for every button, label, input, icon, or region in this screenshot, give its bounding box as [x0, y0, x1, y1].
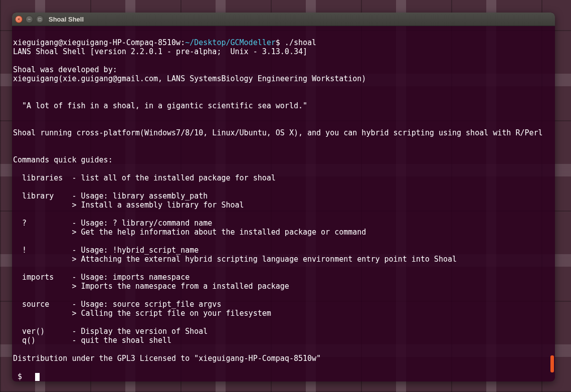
- cmd-quit: q() - quit the shoal shell: [13, 336, 171, 345]
- shoal-prompt: $: [13, 372, 31, 381]
- cross-platform-line: Shoal running cross-platform(Windows7/8/…: [13, 128, 543, 137]
- window-controls: × − □: [15, 16, 44, 23]
- commands-guides-label: Commands quick guides:: [13, 155, 113, 164]
- close-icon: ×: [18, 17, 20, 22]
- prompt-user-host: xieguigang@xieguigang-HP-Compaq-8510w: [13, 38, 180, 47]
- minimize-icon: −: [28, 17, 31, 22]
- prompt-path: ~/Desktop/GCModeller: [185, 38, 276, 47]
- terminal-window: × − □ Shoal Shell xieguigang@xieguigang-…: [12, 13, 555, 381]
- window-title: Shoal Shell: [49, 16, 84, 23]
- distribution-line: Distribution under the GPL3 Licensed to …: [13, 354, 321, 363]
- maximize-icon: □: [39, 17, 41, 22]
- window-titlebar[interactable]: × − □ Shoal Shell: [12, 13, 555, 26]
- shell-prompt-line: xieguigang@xieguigang-HP-Compaq-8510w:~/…: [13, 38, 316, 47]
- banner-line: LANS Shoal Shell [version 2.2.0.1 - pre-…: [13, 47, 307, 56]
- prompt-sep: :: [180, 38, 185, 47]
- cmd-library-l2: > Install a assembly library for Shoal: [13, 201, 244, 210]
- cmd-ver: ver() - Display the version of Shoal: [13, 327, 208, 336]
- developer-line: xieguigang(xie.guigang@gmail.com, LANS S…: [13, 74, 366, 83]
- cmd-imports-l1: imports - Usage: imports namespace: [13, 273, 189, 282]
- cmd-bang-l1: ! - Usage: !hybrid_script_name: [13, 246, 199, 255]
- typed-command: ./shoal: [285, 38, 316, 47]
- cmd-help-l1: ? - Usage: ? library/command name: [13, 219, 212, 228]
- maximize-button[interactable]: □: [36, 16, 44, 23]
- minimize-button[interactable]: −: [26, 16, 33, 23]
- quote-line: "A lot of fish in a shoal, in a gigantic…: [13, 101, 307, 110]
- close-button[interactable]: ×: [15, 16, 23, 23]
- cmd-bang-l2: > Attaching the external hybrid scriptin…: [13, 255, 457, 264]
- terminal-body[interactable]: xieguigang@xieguigang-HP-Compaq-8510w:~/…: [12, 26, 555, 381]
- cmd-imports-l2: > Imports the namespace from a installed…: [13, 282, 289, 291]
- prompt-dollar: $: [276, 38, 285, 47]
- cmd-library-l1: library - Usage: library assembly_path: [13, 191, 208, 201]
- cursor: [35, 373, 40, 381]
- scrollbar-thumb[interactable]: [550, 355, 554, 372]
- developed-by-label: Shoal was developed by:: [13, 65, 117, 74]
- cmd-help-l2: > Get the help information about the ins…: [13, 228, 366, 237]
- cmd-libraries: libraries - list all of the installed pa…: [13, 173, 276, 182]
- cmd-source-l1: source - Usage: source script_file argvs: [13, 300, 221, 309]
- cmd-source-l2: > Calling the script file on your filesy…: [13, 309, 271, 318]
